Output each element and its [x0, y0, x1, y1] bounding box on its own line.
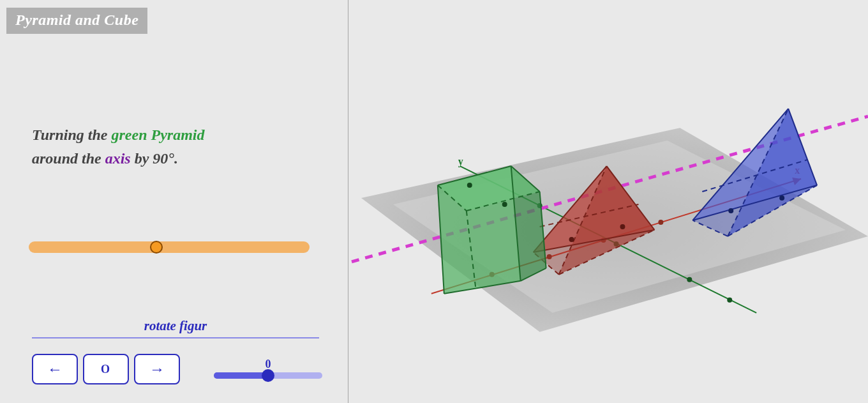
- left-panel: Pyramid and Cube Turning the green Pyram…: [0, 0, 348, 403]
- rotate-slider[interactable]: [214, 372, 322, 379]
- axis-tick: [727, 298, 732, 303]
- animation-slider-thumb[interactable]: [150, 241, 163, 254]
- y-axis-label: y: [458, 156, 463, 167]
- axis-tick: [658, 220, 663, 225]
- svg-point-10: [569, 237, 574, 242]
- green-pyramid: [438, 166, 546, 294]
- svg-point-38: [779, 195, 784, 201]
- instruction-part1: Turning the: [32, 126, 112, 143]
- animation-slider[interactable]: [29, 241, 310, 253]
- svg-point-37: [728, 208, 733, 213]
- svg-point-26: [502, 202, 507, 207]
- svg-point-11: [620, 224, 625, 229]
- instruction-part2: around the: [32, 150, 105, 167]
- instruction-green-pyramid: green Pyramid: [112, 126, 205, 143]
- rotate-slider-thumb[interactable]: [262, 369, 274, 382]
- 3d-viewport[interactable]: x y: [348, 0, 868, 403]
- rotate-slider-wrap: 0: [214, 358, 322, 379]
- instruction-part3: by 90°.: [135, 150, 178, 167]
- rotate-heading: rotate figur: [32, 318, 319, 334]
- rotate-right-button[interactable]: →: [134, 354, 180, 384]
- axis-tick: [687, 277, 692, 282]
- svg-point-25: [467, 183, 472, 188]
- 3d-view-panel[interactable]: x y: [348, 0, 868, 403]
- 3d-scene-svg[interactable]: x y: [348, 0, 868, 403]
- rotate-slider-fill: [214, 372, 268, 379]
- rotate-button-row: ← O →: [32, 354, 180, 384]
- instruction-text: Turning the green Pyramid around the axi…: [32, 123, 341, 171]
- rotate-underline: [32, 337, 319, 338]
- rotate-reset-button[interactable]: O: [83, 354, 129, 384]
- page-title: Pyramid and Cube: [6, 8, 147, 34]
- instruction-axis: axis: [105, 150, 131, 167]
- rotate-left-button[interactable]: ←: [32, 354, 78, 384]
